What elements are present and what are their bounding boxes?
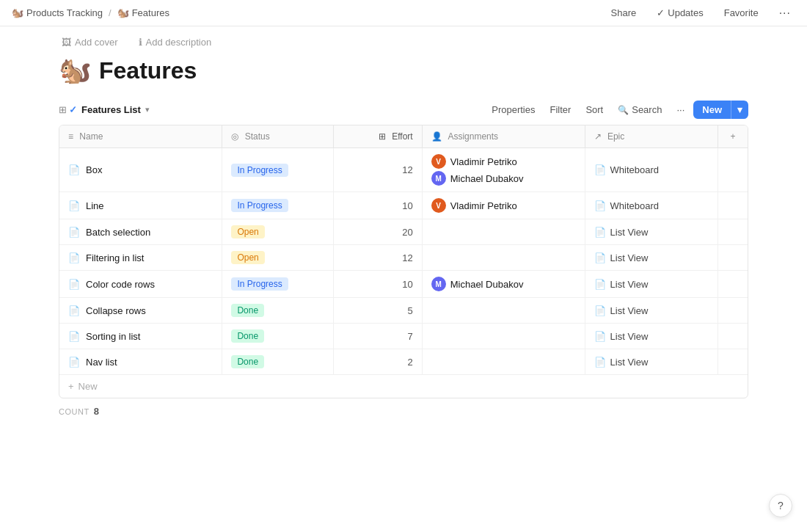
status-badge: Open <box>231 251 264 264</box>
more-button[interactable]: ··· <box>775 4 795 22</box>
updates-button[interactable]: ✓ Updates <box>652 5 707 21</box>
cell-assignments[interactable]: V Vladimir Petriko <box>422 192 585 219</box>
table-row[interactable]: 📄Nav listDone2📄List View <box>59 349 748 375</box>
cell-add <box>718 349 748 375</box>
cell-assignments[interactable] <box>422 349 585 375</box>
cell-epic[interactable]: 📄Whiteboard <box>585 192 718 219</box>
chevron-down-icon[interactable]: ▾ <box>145 105 150 114</box>
cell-epic[interactable]: 📄List View <box>585 219 718 245</box>
table-row[interactable]: 📄LineIn Progress10 V Vladimir Petriko 📄W… <box>59 192 748 219</box>
cell-status[interactable]: Open <box>222 219 333 245</box>
effort-value: 5 <box>407 305 412 316</box>
cell-name[interactable]: 📄Batch selection <box>59 219 222 245</box>
cell-assignments[interactable] <box>422 298 585 324</box>
description-icon: ℹ <box>139 37 142 48</box>
cell-add <box>718 148 748 192</box>
table-row[interactable]: 📄Batch selectionOpen20📄List View <box>59 219 748 245</box>
new-button[interactable]: New ▾ <box>693 101 748 119</box>
doc-icon: 📄 <box>68 200 80 211</box>
cell-status[interactable]: In Progress <box>222 148 333 192</box>
cell-effort: 10 <box>333 192 422 219</box>
sort-button[interactable]: Sort <box>580 101 609 118</box>
current-emoji: 🐿️ <box>117 7 129 18</box>
current-label: Features <box>132 7 169 18</box>
status-badge: In Progress <box>231 199 288 212</box>
epic-doc-icon: 📄 <box>594 357 606 368</box>
cell-assignments[interactable]: M Michael Dubakov <box>422 271 585 298</box>
breadcrumb-parent[interactable]: 🐿️ Products Tracking <box>12 7 103 18</box>
cell-assignments[interactable] <box>422 219 585 245</box>
add-new-item[interactable]: + New <box>68 381 739 392</box>
cell-epic[interactable]: 📄List View <box>585 349 718 375</box>
col-header-effort[interactable]: ⊞ Effort <box>333 125 422 148</box>
epic-doc-icon: 📄 <box>594 305 606 316</box>
epic-name: List View <box>610 357 649 368</box>
check-icon: ✓ <box>657 7 665 18</box>
col-header-status[interactable]: ◎ Status <box>222 125 333 148</box>
cell-assignments[interactable] <box>422 324 585 349</box>
toolbar-more-icon: ··· <box>676 104 684 115</box>
parent-emoji: 🐿️ <box>12 7 23 18</box>
cell-name[interactable]: 📄Line <box>59 192 222 219</box>
share-button[interactable]: Share <box>607 5 641 21</box>
cell-name[interactable]: 📄Nav list <box>59 349 222 375</box>
cell-status[interactable]: Done <box>222 349 333 375</box>
add-row-cell[interactable]: + New <box>59 375 748 398</box>
col-add-button[interactable]: + <box>718 125 748 148</box>
cell-epic[interactable]: 📄Whiteboard <box>585 148 718 192</box>
favorite-button[interactable]: Favorite <box>720 5 763 21</box>
cell-assignments[interactable] <box>422 245 585 271</box>
col-header-assignments[interactable]: 👤 Assignments <box>422 125 585 148</box>
table-row[interactable]: 📄Color code rowsIn Progress10 M Michael … <box>59 271 748 298</box>
cell-name[interactable]: 📄Collapse rows <box>59 298 222 324</box>
epic-name: List View <box>610 252 649 263</box>
table-row[interactable]: 📄BoxIn Progress12 V Vladimir Petriko M M… <box>59 148 748 192</box>
cell-status[interactable]: Done <box>222 324 333 349</box>
filter-button[interactable]: Filter <box>544 101 577 118</box>
breadcrumb-current[interactable]: 🐿️ Features <box>117 7 169 18</box>
add-row[interactable]: + New <box>59 375 748 398</box>
properties-button[interactable]: Properties <box>486 101 541 118</box>
col-header-epic[interactable]: ↗ Epic <box>585 125 718 148</box>
cell-epic[interactable]: 📄List View <box>585 298 718 324</box>
col-assignments-label: Assignments <box>448 131 498 142</box>
properties-label: Properties <box>492 104 535 115</box>
col-header-name[interactable]: ≡ Name <box>59 125 222 148</box>
cell-name[interactable]: 📄Sorting in list <box>59 324 222 349</box>
new-button-arrow-icon[interactable]: ▾ <box>731 101 748 119</box>
cell-effort: 12 <box>333 245 422 271</box>
toolbar-more-button[interactable]: ··· <box>671 101 690 118</box>
row-name: Collapse rows <box>86 305 146 316</box>
view-name[interactable]: Features List <box>81 104 141 115</box>
assignments-col-icon: 👤 <box>431 131 442 142</box>
new-button-label: New <box>693 101 731 119</box>
cell-effort: 12 <box>333 148 422 192</box>
add-description-button[interactable]: ℹ Add description <box>136 35 215 49</box>
help-button[interactable]: ? <box>769 494 792 517</box>
cell-add <box>718 245 748 271</box>
count-label: COUNT <box>59 407 90 416</box>
cell-status[interactable]: Done <box>222 298 333 324</box>
cell-epic[interactable]: 📄List View <box>585 271 718 298</box>
cell-assignments[interactable]: V Vladimir Petriko M Michael Dubakov <box>422 148 585 192</box>
row-name: Batch selection <box>86 227 150 238</box>
cell-status[interactable]: Open <box>222 245 333 271</box>
search-button[interactable]: 🔍 Search <box>612 101 668 118</box>
add-cover-button[interactable]: 🖼 Add cover <box>59 35 121 49</box>
avatar: M <box>431 171 446 186</box>
col-status-label: Status <box>245 131 270 142</box>
cell-name[interactable]: 📄Filtering in list <box>59 245 222 271</box>
view-bar-right: Properties Filter Sort 🔍 Search ··· New … <box>486 101 748 119</box>
table-row[interactable]: 📄Collapse rowsDone5📄List View <box>59 298 748 324</box>
table-row[interactable]: 📄Sorting in listDone7📄List View <box>59 324 748 349</box>
status-badge: Done <box>231 329 264 343</box>
cell-status[interactable]: In Progress <box>222 271 333 298</box>
table-row[interactable]: 📄Filtering in listOpen12📄List View <box>59 245 748 271</box>
cell-epic[interactable]: 📄List View <box>585 245 718 271</box>
row-name: Sorting in list <box>86 331 140 342</box>
cell-name[interactable]: 📄Box <box>59 148 222 192</box>
effort-value: 12 <box>402 164 412 175</box>
cell-epic[interactable]: 📄List View <box>585 324 718 349</box>
cell-status[interactable]: In Progress <box>222 192 333 219</box>
cell-name[interactable]: 📄Color code rows <box>59 271 222 298</box>
